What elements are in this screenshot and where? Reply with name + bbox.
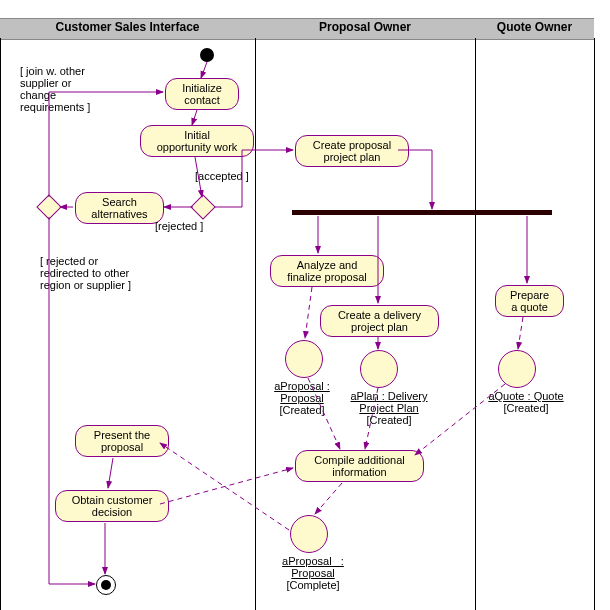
flow-layer — [0, 0, 610, 610]
activity-diagram: Customer Sales Interface Proposal Owner … — [0, 0, 610, 610]
